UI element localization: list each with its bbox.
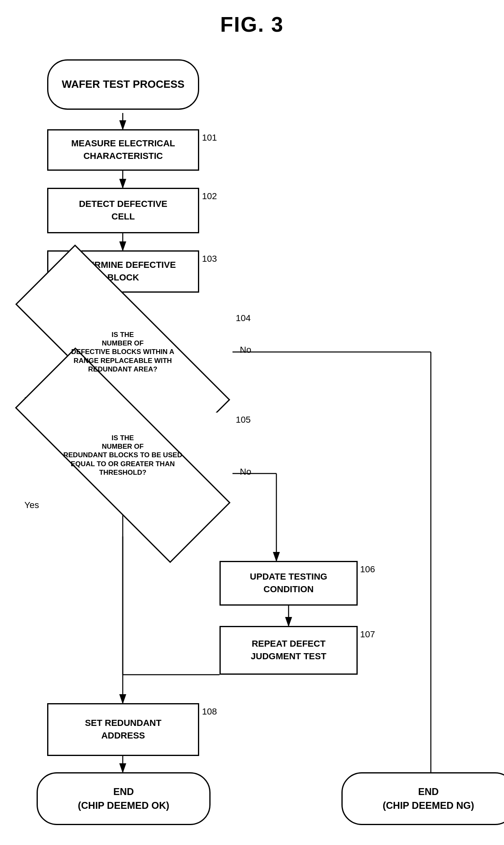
label-105: 105: [236, 415, 251, 425]
label-103: 103: [202, 254, 217, 264]
node-start: WAFER TEST PROCESS: [47, 59, 199, 110]
label-108: 108: [202, 706, 217, 717]
label-104: 104: [236, 313, 251, 324]
node-end-ok: END(CHIP DEEMED OK): [37, 772, 211, 825]
yes2-label: Yes: [24, 500, 39, 510]
no1-label: No: [240, 345, 251, 355]
figure-title: FIG. 3: [0, 0, 504, 37]
diagram-container: FIG. 3: [0, 0, 504, 845]
label-102: 102: [202, 191, 217, 202]
node-101: MEASURE ELECTRICALCHARACTERISTIC: [47, 129, 199, 171]
node-102: DETECT DEFECTIVECELL: [47, 188, 199, 233]
no2-label: No: [240, 467, 251, 477]
node-108: SET REDUNDANTADDRESS: [47, 703, 199, 756]
node-106: UPDATE TESTINGCONDITION: [219, 561, 358, 606]
node-105: IS THENUMBER OFREDUNDANT BLOCKS TO BE US…: [13, 413, 232, 498]
label-101: 101: [202, 133, 217, 143]
label-107: 107: [360, 629, 375, 640]
label-106: 106: [360, 564, 375, 575]
node-107: REPEAT DEFECTJUDGMENT TEST: [219, 626, 358, 675]
node-end-ng: END(CHIP DEEMED NG): [341, 772, 504, 825]
